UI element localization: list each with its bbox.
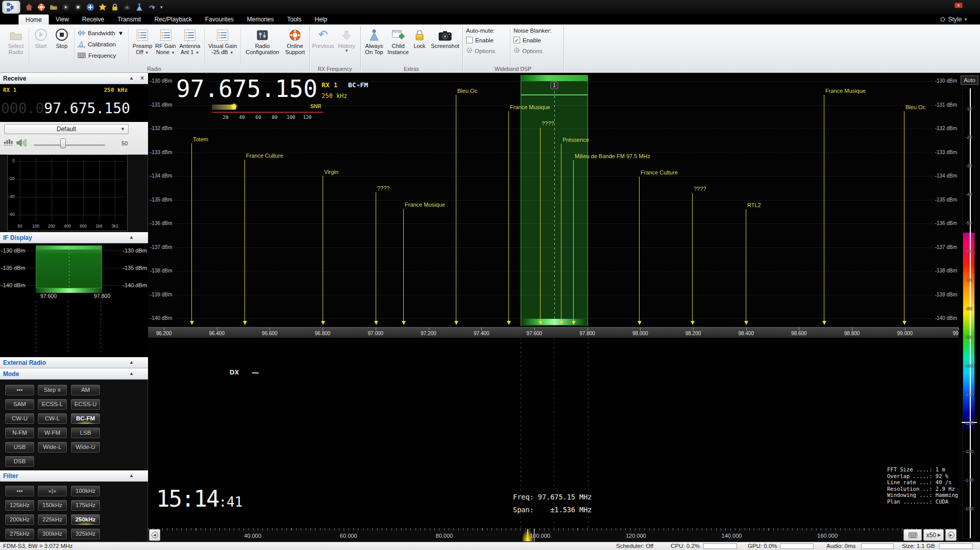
filter-button-100khz[interactable]: 100kHz (70, 485, 101, 497)
filter-button-225khz[interactable]: 225kHz (37, 514, 67, 526)
band-overview-bar[interactable]: ◀ x50▶ ▶ 40.00060.00080.000100.000120.00… (148, 528, 959, 542)
station-label[interactable]: Virgin (324, 169, 338, 175)
radio-configuration-button[interactable]: Radio Configuration (243, 26, 282, 64)
calibration-button[interactable]: Calibration (78, 39, 116, 49)
add-icon[interactable] (86, 3, 94, 12)
app-menu-button[interactable] (2, 1, 20, 14)
scroll-right-button[interactable]: ▶ (945, 529, 957, 541)
zoom-factor-button[interactable]: x50▶ (923, 529, 944, 541)
keyboard-entry-button[interactable] (903, 529, 922, 541)
start-button[interactable]: Start (31, 26, 51, 64)
mode-button-am[interactable]: AM (70, 384, 101, 396)
waterfall-display[interactable]: DX 15:14:41 Freq: 97.675.15 MHz Span: ±1… (148, 338, 959, 528)
noise-blanker-options-button[interactable]: Options (513, 47, 560, 55)
mode-button-lsb[interactable]: LSB (70, 427, 101, 439)
station-label[interactable]: Bleu.Oc (457, 88, 477, 94)
collapse-icon[interactable]: ▴ (130, 75, 133, 81)
station-label[interactable]: ???? (694, 186, 706, 192)
auto-level-button[interactable]: Auto (961, 76, 978, 85)
filter-button-125khz[interactable]: 125kHz (5, 499, 35, 511)
rf-gain-button[interactable]: RF Gain None ▼ (154, 26, 177, 64)
child-instance-button[interactable]: Child Instance (386, 26, 410, 64)
history-button[interactable]: History ▼ (335, 26, 358, 64)
filter-button-325khz[interactable]: 325kHz (70, 528, 101, 540)
close-icon[interactable]: × (140, 74, 144, 82)
close-icon[interactable]: ✕ (954, 3, 963, 8)
screenshot-button[interactable]: Screenshot (429, 26, 461, 64)
mode-button-dsb[interactable]: DSB (5, 456, 35, 467)
customize-chevron-icon[interactable]: ▾ (159, 5, 163, 10)
preamp-button[interactable]: Preamp Off ▼ (131, 26, 154, 64)
rx-passband[interactable]: 1 (521, 75, 588, 326)
palette-colorbar[interactable]: -10-20-30-40-50-60-70-80-90-100-110-120-… (963, 88, 975, 539)
volume-slider-thumb[interactable] (60, 138, 66, 148)
camera-icon[interactable] (122, 3, 131, 12)
if-display-header[interactable]: IF Display ▴ (0, 232, 148, 243)
online-support-button[interactable]: Online Support (283, 26, 307, 64)
frequency-readout[interactable]: 000.097.675.150 (1, 100, 130, 117)
station-label[interactable]: Préssence (562, 137, 589, 143)
filter-header[interactable]: Filter ▴ (0, 470, 148, 482)
undo-icon[interactable] (147, 3, 156, 12)
tab-favourites[interactable]: Favourites (199, 14, 240, 24)
speaker-icon[interactable] (16, 138, 27, 149)
mode-button-step-[interactable]: Step ≡ (37, 384, 67, 396)
station-label[interactable]: Milieu de Bande FM 97.5 MHz (575, 153, 650, 159)
select-radio-button[interactable]: Select Radio (4, 26, 28, 64)
station-label[interactable]: France Culture (246, 153, 283, 159)
filter-button-150khz[interactable]: 150kHz (37, 499, 67, 511)
station-label[interactable]: France Culture (641, 169, 678, 176)
previous-button[interactable]: ↶ Previous (312, 26, 334, 64)
palette-slider-line[interactable] (970, 88, 971, 538)
station-label[interactable]: France Musique (825, 88, 866, 94)
play-icon[interactable] (61, 3, 70, 12)
tab-receive[interactable]: Receive (76, 14, 111, 24)
station-label[interactable]: France Musique (405, 202, 445, 208)
filter-button-175khz[interactable]: 175kHz (70, 499, 101, 511)
style-menu-button[interactable]: Style▼ (940, 16, 968, 23)
preset-dropdown[interactable]: Default▼ (4, 124, 129, 134)
record-icon[interactable] (74, 3, 82, 12)
collapse-icon[interactable]: ▴ (130, 472, 133, 478)
filter-button--[interactable]: «|» (37, 485, 67, 497)
mode-button-bc-fm[interactable]: BC-FM (70, 413, 101, 424)
collapse-icon[interactable]: ▴ (130, 234, 133, 240)
antenna-button[interactable]: Antenna Ant 1 ▼ (177, 26, 203, 64)
tab-memories[interactable]: Memories (240, 14, 281, 24)
frequency-button[interactable]: Frequency (78, 51, 116, 61)
life-ring-icon[interactable] (37, 3, 45, 12)
lock-button[interactable]: Lock (411, 26, 428, 64)
tab-rec-playback[interactable]: Rec/Playback (148, 14, 198, 24)
mode-button-ecss-u[interactable]: ECSS-U (70, 398, 101, 410)
equalizer-icon[interactable] (4, 139, 13, 148)
filter-button-200khz[interactable]: 200kHz (5, 514, 35, 526)
folder-icon[interactable] (49, 3, 58, 12)
tab-help[interactable]: Help (308, 14, 334, 24)
mode-button--[interactable]: ••• (5, 384, 35, 396)
rx-number-badge[interactable]: 1 (551, 82, 558, 89)
tab-home[interactable]: Home (18, 14, 49, 24)
if-waterfall[interactable] (0, 298, 148, 357)
receive-header[interactable]: Receive ▴ × (0, 73, 148, 84)
filter-button-300khz[interactable]: 300kHz (37, 528, 67, 540)
auto-mute-options-button[interactable]: Options (466, 47, 509, 55)
frequency-axis[interactable]: 96.20096.40096.60096.80097.00097.20097.4… (148, 327, 959, 338)
home-icon[interactable] (24, 3, 33, 12)
bandwidth-button[interactable]: Bandwidth▼ (78, 28, 124, 38)
visual-gain-button[interactable]: Visual Gain -25 dB ▼ (206, 26, 239, 64)
scroll-left-button[interactable]: ◀ (149, 529, 160, 541)
mode-button-cw-l[interactable]: CW-L (37, 413, 67, 424)
favourite-icon[interactable] (98, 3, 107, 12)
noise-blanker-enable-checkbox[interactable]: ✓ Enable (513, 37, 560, 43)
mode-button-ecss-l[interactable]: ECSS-L (37, 398, 67, 410)
mode-button-wide-u[interactable]: Wide-U (70, 441, 101, 453)
mode-button-usb[interactable]: USB (5, 441, 35, 453)
filter-button-275khz[interactable]: 275kHz (5, 528, 35, 540)
collapse-icon[interactable]: ▴ (130, 359, 133, 365)
mode-button-wide-l[interactable]: Wide-L (37, 441, 67, 453)
mode-button-n-fm[interactable]: N-FM (5, 427, 35, 439)
passband-top-bar[interactable] (521, 75, 587, 81)
always-on-top-button[interactable]: Always On Top (363, 26, 385, 64)
station-label[interactable]: RTL2 (747, 202, 761, 208)
antenna-icon[interactable] (135, 3, 143, 12)
